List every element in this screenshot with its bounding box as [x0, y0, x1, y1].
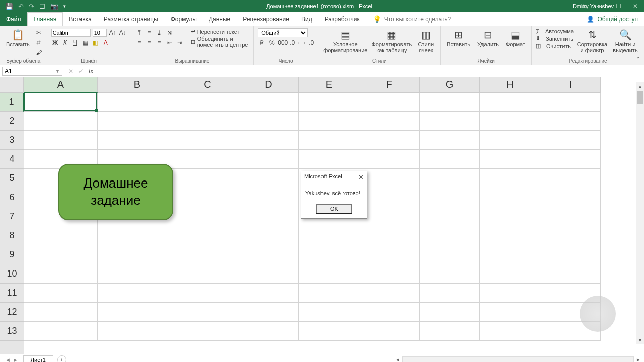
cell-G5[interactable] [420, 169, 480, 188]
cell-C2[interactable] [177, 112, 238, 131]
cell-F13[interactable] [359, 322, 420, 341]
accounting-icon[interactable]: ₽ [258, 38, 266, 47]
scroll-thumb[interactable] [637, 90, 643, 104]
cell-I8[interactable] [540, 226, 601, 245]
cell-B8[interactable] [98, 226, 177, 245]
cell-I3[interactable] [540, 131, 601, 150]
cell-H12[interactable] [480, 303, 540, 322]
column-header-B[interactable]: B [98, 77, 177, 93]
tab-formulas[interactable]: Формулы [165, 12, 203, 26]
cell-F11[interactable] [359, 284, 420, 303]
tab-page-layout[interactable]: Разметка страницы [98, 12, 165, 26]
tab-review[interactable]: Рецензирование [236, 12, 295, 26]
cell-E3[interactable] [299, 131, 359, 150]
collapse-ribbon-icon[interactable]: ⌃ [636, 56, 641, 63]
save-icon[interactable]: 💾 [5, 3, 13, 10]
cell-C13[interactable] [177, 322, 238, 341]
cell-E2[interactable] [299, 112, 359, 131]
paste-button[interactable]: 📋 Вставить [4, 28, 32, 48]
cell-D5[interactable] [238, 169, 299, 188]
cell-B10[interactable] [98, 264, 177, 284]
cell-D6[interactable] [238, 188, 299, 207]
align-bottom-icon[interactable]: ⤓ [155, 28, 164, 37]
enter-formula-icon[interactable]: ✓ [78, 68, 84, 75]
cell-G13[interactable] [420, 322, 480, 341]
row-header-1[interactable]: 1 [0, 93, 24, 112]
find-select-button[interactable]: 🔍 Найти и выделить [611, 28, 640, 54]
column-header-I[interactable]: I [540, 77, 601, 93]
sort-filter-button[interactable]: ⇅ Сортировка и фильтр [577, 28, 608, 54]
tab-nav-prev-icon[interactable]: ◄ [5, 357, 11, 363]
cell-E13[interactable] [299, 322, 359, 341]
row-header-4[interactable]: 4 [0, 150, 24, 169]
cell-D10[interactable] [238, 264, 299, 284]
cell-H3[interactable] [480, 131, 540, 150]
cell-G10[interactable] [420, 264, 480, 284]
percent-icon[interactable]: % [268, 38, 276, 47]
cell-E1[interactable] [299, 93, 359, 112]
cell-F7[interactable] [359, 207, 420, 226]
cell-I6[interactable] [540, 188, 601, 207]
tab-data[interactable]: Данные [203, 12, 236, 26]
horizontal-scrollbar[interactable]: ◄ ► [394, 356, 644, 363]
cell-C12[interactable] [177, 303, 238, 322]
cell-H5[interactable] [480, 169, 540, 188]
cell-I1[interactable] [540, 93, 601, 112]
column-header-A[interactable]: A [24, 77, 98, 93]
cell-G1[interactable] [420, 93, 480, 112]
wrap-text-button[interactable]: ↩ Перенести текст [191, 28, 250, 35]
copy-icon[interactable]: ⿻ [35, 38, 43, 47]
cell-H10[interactable] [480, 264, 540, 284]
cell-D12[interactable] [238, 303, 299, 322]
cell-C11[interactable] [177, 284, 238, 303]
tab-insert[interactable]: Вставка [63, 12, 98, 26]
cell-D2[interactable] [238, 112, 299, 131]
align-top-icon[interactable]: ⤒ [135, 28, 143, 37]
sheet-tab-1[interactable]: Лист1 [23, 355, 53, 363]
fill-button[interactable]: ⬇ Заполнить [536, 35, 574, 42]
cell-A8[interactable] [24, 226, 98, 245]
cell-F12[interactable] [359, 303, 420, 322]
cell-G4[interactable] [420, 150, 480, 169]
cell-D9[interactable] [238, 245, 299, 264]
minimize-icon[interactable]: — [593, 0, 610, 12]
formula-input[interactable] [97, 67, 644, 76]
cell-G12[interactable] [420, 303, 480, 322]
decrease-font-icon[interactable]: A↓ [119, 28, 127, 37]
column-header-D[interactable]: D [238, 77, 299, 93]
cell-F9[interactable] [359, 245, 420, 264]
row-header-5[interactable]: 5 [0, 169, 24, 188]
cell-C8[interactable] [177, 226, 238, 245]
cell-D7[interactable] [238, 207, 299, 226]
cell-A1[interactable] [24, 93, 98, 112]
align-middle-icon[interactable]: ≡ [145, 28, 153, 37]
clear-button[interactable]: ◫ Очистить [536, 43, 574, 49]
cell-G9[interactable] [420, 245, 480, 264]
cell-D8[interactable] [238, 226, 299, 245]
comma-icon[interactable]: 000 [278, 38, 288, 47]
tab-view[interactable]: Вид [295, 12, 318, 26]
cell-E9[interactable] [299, 245, 359, 264]
cell-C1[interactable] [177, 93, 238, 112]
cell-F5[interactable] [359, 169, 420, 188]
cell-C7[interactable] [177, 207, 238, 226]
hscroll-track[interactable] [403, 356, 634, 363]
cell-E11[interactable] [299, 284, 359, 303]
increase-indent-icon[interactable]: ⇥ [176, 38, 184, 47]
scroll-up-icon[interactable]: ▲ [636, 82, 644, 90]
column-header-H[interactable]: H [480, 77, 540, 93]
cell-A2[interactable] [24, 112, 98, 131]
tab-home[interactable]: Главная [27, 12, 63, 26]
tell-me[interactable]: 💡 Что вы хотите сделать? [366, 12, 451, 26]
dialog-ok-button[interactable]: OK [316, 204, 352, 213]
cut-icon[interactable]: ✂ [35, 28, 43, 37]
cell-D11[interactable] [238, 284, 299, 303]
tab-file[interactable]: Файл [0, 12, 27, 26]
autosum-button[interactable]: ∑ Автосумма [536, 28, 574, 34]
fx-icon[interactable]: fx [89, 68, 93, 75]
cell-H4[interactable] [480, 150, 540, 169]
cell-I9[interactable] [540, 245, 601, 264]
row-header-11[interactable]: 11 [0, 284, 24, 303]
cell-E8[interactable] [299, 226, 359, 245]
align-center-icon[interactable]: ≡ [145, 38, 153, 47]
